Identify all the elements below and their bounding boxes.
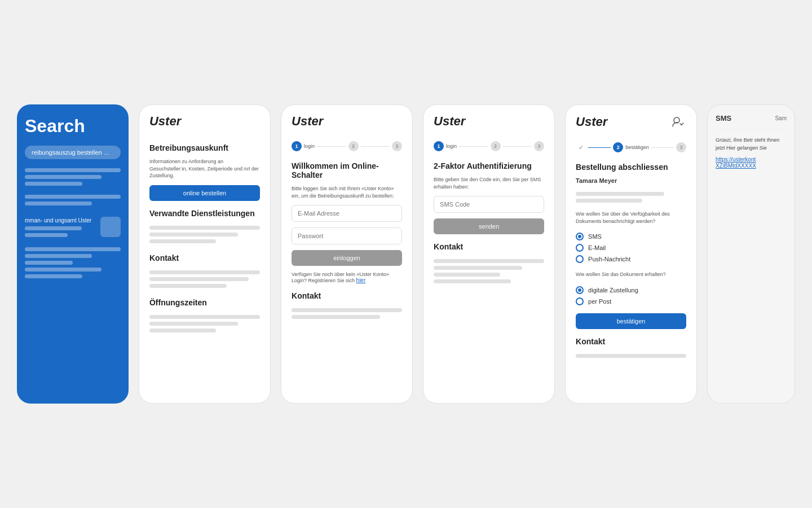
online-bestellen-button[interactable]: online bestellen	[149, 185, 260, 201]
gray-line	[576, 354, 686, 358]
radio-circle-push	[576, 255, 584, 263]
radio-post[interactable]: per Post	[576, 297, 686, 305]
phone-body-3: 1 login 2 3 Willkommen im Online-Schalte…	[281, 133, 412, 403]
radio-sms-label: SMS	[588, 233, 602, 240]
sms-header: SMS Sam	[716, 114, 787, 122]
step-line-done-5	[588, 147, 611, 148]
notify-radio-group: SMS E-Mail Push-Nachricht	[576, 233, 686, 263]
kontakt-lines-2	[149, 270, 260, 288]
step-done-1-5: ✓	[576, 142, 586, 152]
verwandte-title: Verwandte Dienstleistungen	[149, 209, 260, 218]
order-title: Bestellung abschliessen	[576, 163, 686, 172]
step-1-4: 1 login	[434, 141, 457, 151]
app-title-3: Uster	[292, 114, 402, 129]
phone-body-4: 1 login 2 3 2-Faktor Authentifizierung B…	[423, 133, 554, 403]
line	[25, 233, 68, 237]
bestaetigen-button[interactable]: bestätigen	[576, 313, 686, 329]
step-line-2-4	[503, 146, 532, 147]
phone-header-5: Uster	[566, 105, 696, 134]
step-3-4: 3	[534, 141, 544, 151]
line	[25, 195, 121, 199]
gray-line	[149, 315, 260, 319]
gray-line	[149, 277, 249, 281]
gray-line	[149, 226, 260, 230]
screen-order: Uster ✓ 2 bestätigen	[565, 104, 697, 404]
user-name: Tamara Meyer	[576, 177, 686, 184]
search-title: Search	[25, 116, 121, 137]
user-check-icon	[670, 114, 686, 130]
radio-email-label: E-Mail	[588, 244, 606, 251]
app-title-4: Uster	[434, 114, 544, 129]
gray-line	[434, 259, 544, 263]
step-1-5: ✓	[576, 142, 586, 152]
sms-greeting: Grüezi, Ihre Betr steht Ihnen jetzt Hier…	[716, 137, 787, 152]
kontakt-lines-4	[434, 259, 544, 283]
login-button[interactable]: einloggen	[292, 250, 402, 266]
sms-title: SMS	[716, 114, 731, 122]
line	[25, 226, 82, 230]
gray-line	[576, 192, 664, 196]
step-circle-2-5: 2	[613, 142, 623, 152]
doc-radio-group: digitale Zustellung per Post	[576, 286, 686, 305]
step-line-1	[317, 146, 346, 147]
two-factor-title: 2-Faktor Authentifizierung	[434, 161, 544, 170]
line	[25, 168, 121, 172]
step-3-5: 3	[676, 142, 686, 152]
step-circle-3-4: 3	[534, 141, 544, 151]
line	[25, 254, 92, 258]
radio-circle-post	[576, 297, 584, 305]
progress-bar-3: 1 login 2 3	[292, 141, 402, 151]
radio-push-label: Push-Nachricht	[588, 256, 630, 262]
screen-sms: SMS Sam Grüezi, Ihre Betr steht Ihnen je…	[707, 104, 795, 404]
sms-subtitle: Sam	[775, 115, 787, 121]
step-2: 2	[348, 141, 359, 151]
screen-login: Uster 1 login 2 3 Willkommen im Online-S…	[281, 104, 413, 404]
radio-email[interactable]: E-Mail	[576, 244, 686, 252]
header-row-5: Uster	[576, 114, 686, 130]
step-label-2-5: bestätigen	[625, 144, 649, 150]
progress-bar-5: ✓ 2 bestätigen 3	[576, 142, 686, 152]
radio-sms[interactable]: SMS	[576, 233, 686, 240]
step-line-2	[361, 146, 390, 147]
no-account-text: Verfügen Sie noch über kein «Uster Konto…	[292, 271, 402, 283]
line	[25, 261, 73, 265]
betrieb-title: Betreibungsauskunft	[149, 143, 260, 152]
senden-button[interactable]: senden	[434, 218, 544, 234]
welcome-title: Willkommen im Online-Schalter	[292, 161, 402, 179]
screen-info: Uster Betreibungsauskunft Informationen …	[139, 104, 271, 404]
gray-line	[149, 284, 227, 288]
password-field[interactable]	[292, 227, 402, 244]
betrieb-desc: Informationen zu Anforderung an Gesuchst…	[149, 158, 260, 179]
register-link[interactable]: hier	[356, 277, 366, 283]
radio-digital[interactable]: digitale Zustellung	[576, 286, 686, 294]
notify-question: Wie wollen Sie über die Verfügbarkeit de…	[576, 211, 686, 225]
line	[25, 175, 102, 179]
radio-push[interactable]: Push-Nachricht	[576, 255, 686, 263]
radio-circle-digital	[576, 286, 584, 294]
gray-line	[434, 266, 522, 270]
gray-line	[292, 315, 380, 319]
step-circle-2: 2	[348, 141, 359, 151]
sms-link[interactable]: https://usterkont XZiBMtdXXXXX	[716, 156, 787, 169]
sms-code-field[interactable]	[434, 196, 544, 213]
phone-body-5: ✓ 2 bestätigen 3 Bestellung abschliessen…	[566, 134, 696, 403]
email-field[interactable]	[292, 205, 402, 222]
step-2-5: 2 bestätigen	[613, 142, 649, 152]
result-text: mman- und ungsamt Uster	[25, 217, 96, 237]
step-circle-3-5: 3	[676, 142, 686, 152]
phone-body-2: Betreibungsauskunft Informationen zu Anf…	[139, 133, 270, 403]
search-bar[interactable]: reibungsauszug bestellen Uster	[25, 146, 121, 159]
result-label: mman- und ungsamt Uster	[25, 217, 96, 224]
oeffnung-title: Öffnungszeiten	[149, 298, 260, 307]
search-results-lines-2	[25, 195, 121, 205]
sms-divider	[716, 129, 787, 130]
step-line-2-5	[651, 147, 674, 148]
gray-line	[576, 199, 642, 203]
radio-digital-label: digitale Zustellung	[588, 287, 638, 294]
verwandte-lines	[149, 226, 260, 243]
result-item[interactable]: mman- und ungsamt Uster	[25, 217, 121, 237]
progress-bar-4: 1 login 2 3	[434, 141, 544, 151]
line	[25, 182, 82, 186]
oeffnung-lines	[149, 315, 260, 332]
kontakt-lines-5	[576, 354, 686, 358]
